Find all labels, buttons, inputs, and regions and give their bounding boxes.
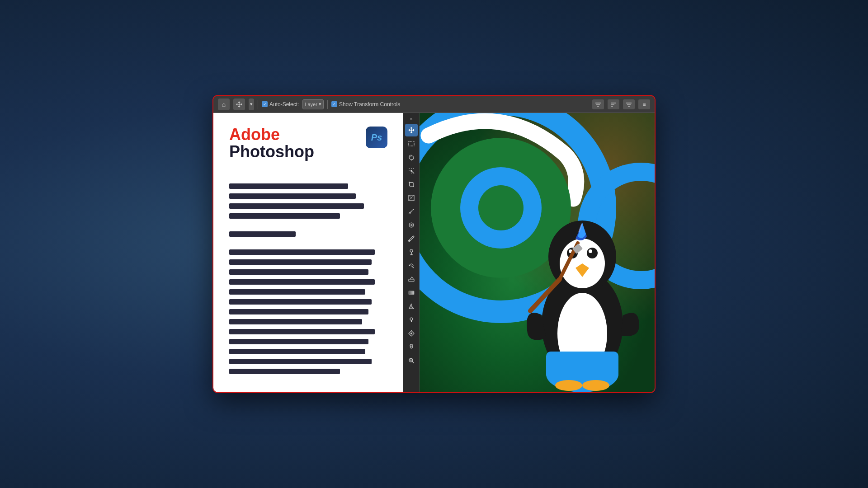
tool-frame[interactable]: [405, 192, 418, 204]
tool-blur[interactable]: [405, 300, 418, 313]
svg-rect-33: [409, 279, 414, 282]
text-line: [229, 183, 348, 189]
brand-photoshop: Photoshop: [229, 143, 314, 161]
toolbar-separator-1: [258, 100, 258, 109]
sidebar-chevron[interactable]: »: [409, 115, 414, 123]
main-content: Adobe Photoshop Ps: [213, 113, 655, 392]
menu-button[interactable]: ≡: [638, 99, 650, 109]
text-line: [229, 259, 372, 265]
svg-rect-1: [596, 104, 600, 105]
svg-point-61: [555, 380, 582, 391]
document-content: [229, 183, 387, 387]
svg-point-58: [587, 248, 598, 258]
right-panel: »: [403, 113, 655, 392]
svg-line-41: [412, 361, 414, 363]
svg-rect-7: [627, 104, 631, 105]
text-line: [229, 231, 296, 237]
line-group-2: [229, 231, 387, 241]
text-line: [229, 329, 375, 334]
text-line: [229, 269, 368, 275]
tool-history-brush[interactable]: [405, 259, 418, 272]
canvas-area: [420, 113, 655, 392]
svg-point-35: [410, 318, 413, 320]
top-toolbar: ⌂ ▾ ✓ Auto-Select: Layer ▾ ✓ Show Transf…: [213, 96, 655, 113]
tool-magic-wand[interactable]: [405, 164, 418, 177]
brand-adobe: Adobe: [229, 127, 314, 143]
tool-burn[interactable]: [405, 341, 418, 353]
main-window: ⌂ ▾ ✓ Auto-Select: Layer ▾ ✓ Show Transf…: [212, 95, 656, 393]
svg-point-17: [410, 170, 412, 172]
tool-lasso[interactable]: [405, 151, 418, 164]
tool-eyedropper[interactable]: [405, 205, 418, 218]
auto-select-label: Auto-Select:: [269, 101, 299, 108]
svg-point-39: [410, 344, 413, 347]
tool-healing[interactable]: [405, 219, 418, 231]
svg-rect-6: [626, 103, 632, 103]
tool-dodge[interactable]: [405, 314, 418, 326]
brand-header: Adobe Photoshop Ps: [229, 127, 387, 161]
text-line: [229, 203, 364, 209]
align-button-1[interactable]: [592, 99, 604, 109]
tool-eraser[interactable]: [405, 273, 418, 286]
align-button-2[interactable]: [608, 99, 619, 109]
svg-rect-9: [409, 141, 414, 146]
svg-rect-52: [546, 352, 618, 379]
svg-rect-4: [611, 104, 614, 105]
auto-select-checkbox[interactable]: ✓: [262, 101, 268, 107]
text-line: [229, 299, 372, 305]
text-line: [229, 319, 362, 324]
move-tool-button[interactable]: [233, 99, 245, 110]
toolbar-separator-2: [327, 100, 328, 109]
svg-rect-0: [595, 103, 601, 103]
show-transform-label: Show Transform Controls: [339, 101, 400, 108]
auto-select-group: ✓ Auto-Select:: [262, 101, 299, 108]
tool-pen[interactable]: [405, 327, 418, 340]
home-button[interactable]: ⌂: [218, 99, 230, 110]
tool-rect-select[interactable]: [405, 137, 418, 150]
text-line: [229, 249, 375, 255]
svg-rect-3: [611, 103, 616, 103]
text-line: [229, 309, 368, 314]
text-line: [229, 349, 365, 354]
tool-move[interactable]: [405, 124, 418, 136]
svg-line-16: [409, 168, 410, 169]
left-document-panel: Adobe Photoshop Ps: [213, 113, 403, 392]
text-line: [229, 369, 340, 374]
tool-zoom[interactable]: [405, 354, 418, 367]
show-transform-group: ✓ Show Transform Controls: [331, 101, 400, 108]
svg-point-29: [408, 240, 410, 242]
brand-text: Adobe Photoshop: [229, 127, 314, 161]
line-group-3: [229, 249, 387, 379]
text-line: [229, 359, 372, 364]
text-line: [229, 289, 365, 295]
text-line: [229, 193, 356, 199]
ps-app-icon: Ps: [366, 127, 387, 148]
svg-line-15: [413, 168, 414, 169]
align-button-3[interactable]: [623, 99, 635, 109]
line-group-1: [229, 183, 387, 223]
text-line: [229, 213, 340, 219]
text-line: [229, 279, 375, 285]
svg-point-30: [410, 249, 413, 252]
svg-rect-34: [409, 291, 414, 295]
tool-crop[interactable]: [405, 178, 418, 191]
tool-sidebar: »: [403, 113, 420, 392]
svg-rect-8: [628, 106, 630, 107]
tux-penguin: [505, 180, 655, 392]
layer-select[interactable]: Layer ▾: [302, 99, 324, 109]
tool-clone-stamp[interactable]: [405, 246, 418, 258]
svg-rect-5: [611, 106, 613, 107]
svg-point-37: [410, 333, 412, 334]
svg-point-62: [582, 380, 609, 391]
tool-gradient[interactable]: [405, 286, 418, 299]
tool-brush[interactable]: [405, 232, 418, 245]
show-transform-checkbox[interactable]: ✓: [331, 101, 337, 107]
move-options-dropdown[interactable]: ▾: [249, 99, 254, 110]
svg-rect-2: [597, 106, 599, 107]
text-line: [229, 339, 368, 344]
svg-point-60: [589, 249, 592, 253]
